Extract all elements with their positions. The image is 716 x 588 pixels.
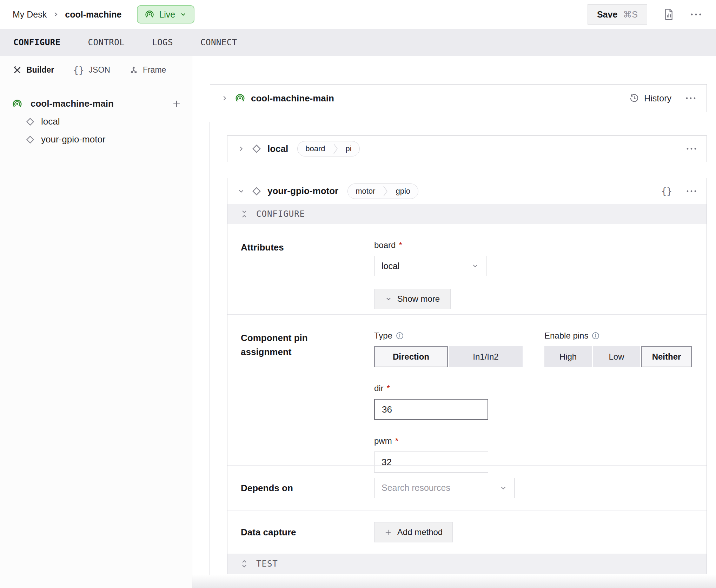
- depends-on-placeholder: Search resources: [382, 483, 450, 493]
- add-method-button[interactable]: Add method: [374, 522, 453, 542]
- view-tab-json[interactable]: {} JSON: [73, 65, 110, 75]
- info-icon[interactable]: [396, 332, 404, 340]
- pin-assignment-label: Component pin assignment: [241, 331, 314, 473]
- top-header: My Desk cool-machine Live Save ⌘S: [0, 0, 716, 29]
- enable-pins-field-label: Enable pins: [544, 331, 692, 341]
- more-menu-icon[interactable]: [686, 190, 697, 193]
- data-capture-row: Data capture Add method: [227, 510, 707, 554]
- add-component-icon[interactable]: [172, 99, 181, 109]
- save-shortcut: ⌘S: [623, 9, 638, 20]
- depends-on-row: Depends on Search resources: [227, 466, 707, 510]
- depends-on-select[interactable]: Search resources: [374, 478, 515, 498]
- view-tab-builder-label: Builder: [26, 65, 54, 75]
- breadcrumb-root[interactable]: My Desk: [13, 9, 47, 20]
- config-content: cool-machine-main History local boa: [192, 56, 716, 588]
- breadcrumb: My Desk cool-machine: [13, 9, 121, 20]
- collapse-chevron-icon[interactable]: [237, 187, 245, 195]
- tab-logs[interactable]: LOGS: [152, 38, 173, 47]
- frame-axes-icon: [129, 66, 138, 75]
- component-diamond-icon: [25, 135, 35, 145]
- test-section-bar[interactable]: TEST: [227, 554, 707, 574]
- json-mode-icon[interactable]: {}: [661, 186, 672, 196]
- live-label: Live: [159, 9, 175, 20]
- type-segmented-control: Direction In1/In2: [374, 346, 523, 367]
- tree-child-label: your-gpio-motor: [41, 134, 106, 145]
- motor-card-title: your-gpio-motor: [267, 186, 338, 196]
- more-menu-icon[interactable]: [686, 147, 697, 150]
- tree-item-local[interactable]: local: [25, 116, 181, 127]
- view-tab-json-label: JSON: [89, 65, 110, 75]
- more-menu-icon[interactable]: [690, 13, 702, 16]
- part-tree: cool-machine-main local your-gpio-motor: [0, 84, 192, 145]
- type-option-direction[interactable]: Direction: [374, 346, 448, 367]
- pwm-field-label: pwm *: [374, 436, 693, 446]
- attributes-row: Attributes board * local Show more: [227, 224, 707, 314]
- broadcast-icon: [145, 9, 154, 19]
- motor-card-header: your-gpio-motor motor gpio {}: [227, 178, 707, 204]
- tree-item-main-part[interactable]: cool-machine-main: [12, 98, 181, 109]
- show-more-button[interactable]: Show more: [374, 289, 451, 309]
- add-method-label: Add method: [397, 527, 443, 537]
- main-nav: CONFIGURE CONTROL LOGS CONNECT: [0, 29, 716, 56]
- component-diamond-icon: [251, 186, 262, 196]
- badge-model: gpio: [388, 187, 418, 196]
- type-group: Type Direction In1/In2: [374, 331, 523, 367]
- attributes-label: Attributes: [241, 240, 374, 309]
- chevron-down-icon: [180, 11, 187, 18]
- depends-on-label: Depends on: [241, 481, 374, 495]
- info-icon[interactable]: [591, 332, 600, 340]
- data-capture-label: Data capture: [241, 525, 374, 539]
- enable-option-low[interactable]: Low: [593, 346, 640, 367]
- machine-part-title: cool-machine-main: [251, 93, 334, 104]
- configure-section-label: CONFIGURE: [256, 209, 305, 219]
- badge-type: board: [298, 144, 333, 153]
- tree-item-your-gpio-motor[interactable]: your-gpio-motor: [25, 134, 181, 145]
- type-label-text: Type: [374, 331, 392, 341]
- machine-part-card: cool-machine-main History: [210, 84, 707, 112]
- broadcast-icon: [235, 93, 245, 103]
- expand-section-icon: [241, 559, 248, 568]
- hierarchy-connector-line: [210, 122, 210, 575]
- history-button[interactable]: History: [629, 93, 671, 103]
- pin-assignment-row: Component pin assignment Type: [227, 315, 707, 465]
- badge-type: motor: [348, 187, 383, 196]
- chevron-down-icon: [499, 484, 507, 492]
- expand-chevron-icon[interactable]: [237, 145, 245, 153]
- header-actions: Save ⌘S: [588, 4, 702, 25]
- history-label: History: [644, 93, 671, 103]
- enable-pins-label-text: Enable pins: [544, 331, 588, 341]
- required-marker: *: [387, 383, 390, 393]
- enable-option-high[interactable]: High: [544, 346, 592, 367]
- save-label: Save: [597, 9, 617, 20]
- dir-pin-input[interactable]: [374, 399, 488, 420]
- component-diamond-icon: [25, 117, 35, 127]
- more-menu-icon[interactable]: [685, 97, 696, 100]
- badge-divider-icon: [333, 141, 338, 156]
- board-select[interactable]: local: [374, 256, 486, 276]
- board-field-label: board *: [374, 240, 693, 250]
- configure-section-bar[interactable]: CONFIGURE: [227, 204, 707, 224]
- view-tab-frame[interactable]: Frame: [129, 65, 166, 75]
- required-marker: *: [395, 436, 398, 446]
- view-tab-builder[interactable]: Builder: [13, 65, 54, 75]
- type-option-in1in2[interactable]: In1/In2: [449, 346, 523, 367]
- pwm-label-text: pwm: [374, 436, 392, 446]
- tools-icon: [13, 66, 22, 75]
- tab-configure[interactable]: CONFIGURE: [13, 38, 61, 47]
- local-card-title: local: [267, 143, 288, 154]
- save-button[interactable]: Save ⌘S: [588, 4, 647, 25]
- expand-chevron-icon[interactable]: [221, 94, 228, 102]
- view-mode-tabs: Builder {} JSON Frame: [0, 56, 192, 84]
- breadcrumb-chevron-icon: [53, 10, 59, 19]
- live-status-dropdown[interactable]: Live: [137, 5, 194, 24]
- enable-pins-group: Enable pins High Low Neither: [544, 331, 692, 367]
- view-tab-frame-label: Frame: [143, 65, 166, 75]
- enable-option-neither[interactable]: Neither: [641, 346, 692, 367]
- tab-control[interactable]: CONTROL: [88, 38, 125, 47]
- machine-report-icon[interactable]: [663, 8, 674, 20]
- tab-connect[interactable]: CONNECT: [200, 38, 237, 47]
- gpio-motor-card: your-gpio-motor motor gpio {}: [227, 178, 707, 574]
- braces-icon: {}: [73, 65, 84, 75]
- board-label-text: board: [374, 240, 396, 250]
- local-board-card: local board pi: [227, 135, 707, 162]
